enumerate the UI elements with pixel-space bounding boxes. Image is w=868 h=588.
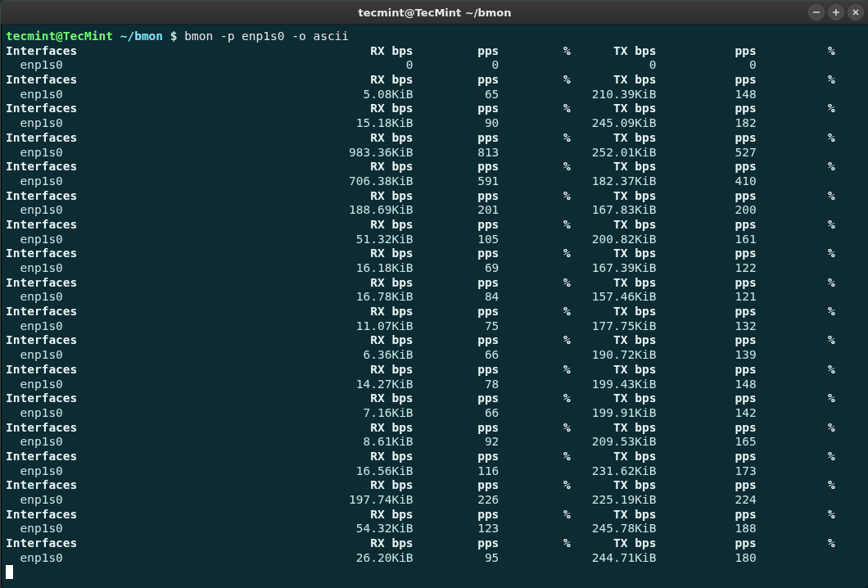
table-header: Interfaces RX bps pps % TX bps pps % <box>6 102 835 115</box>
table-row: enp1s0 6.36KiB 66 190.72KiB 139 <box>6 348 835 361</box>
table-row: enp1s0 16.56KiB 116 231.62KiB 173 <box>6 464 835 477</box>
table-header: Interfaces RX bps pps % TX bps pps % <box>6 73 835 86</box>
table-header: Interfaces RX bps pps % TX bps pps % <box>6 536 835 550</box>
maximize-button[interactable] <box>828 4 844 20</box>
table-row: enp1s0 706.38KiB 591 182.37KiB 410 <box>6 174 835 188</box>
table-header: Interfaces RX bps pps % TX bps pps % <box>6 421 835 434</box>
terminal-output[interactable]: tecmint@TecMint ~/bmon $ bmon -p enp1s0 … <box>1 25 868 587</box>
table-row: enp1s0 26.20KiB 95 244.71KiB 180 <box>6 551 835 564</box>
table-row: enp1s0 16.18KiB 69 167.39KiB 122 <box>6 261 835 274</box>
cursor <box>6 565 13 579</box>
table-row: enp1s0 16.78KiB 84 157.46KiB 121 <box>6 290 835 303</box>
table-row: enp1s0 7.16KiB 66 199.91KiB 142 <box>6 406 835 419</box>
table-header: Interfaces RX bps pps % TX bps pps % <box>6 247 835 260</box>
table-row: enp1s0 51.32KiB 105 200.82KiB 161 <box>6 233 835 246</box>
table-header: Interfaces RX bps pps % TX bps pps % <box>6 44 835 57</box>
table-row: enp1s0 5.08KiB 65 210.39KiB 148 <box>6 88 835 101</box>
svg-rect-2 <box>835 9 836 16</box>
svg-rect-0 <box>813 11 820 12</box>
prompt-dollar: $ <box>170 29 178 43</box>
table-header: Interfaces RX bps pps % TX bps pps % <box>6 276 835 289</box>
table-row: enp1s0 983.36KiB 813 252.01KiB 527 <box>6 146 835 159</box>
table-row: enp1s0 54.32KiB 123 245.78KiB 188 <box>6 522 835 535</box>
prompt-user: tecmint@TecMint <box>6 29 113 43</box>
close-button[interactable] <box>848 4 864 20</box>
table-header: Interfaces RX bps pps % TX bps pps % <box>6 508 835 521</box>
prompt-path: ~/bmon <box>120 29 163 43</box>
table-row: enp1s0 15.18KiB 90 245.09KiB 182 <box>6 116 835 129</box>
command-text: bmon -p enp1s0 -o ascii <box>184 29 349 43</box>
table-header: Interfaces RX bps pps % TX bps pps % <box>6 363 835 376</box>
table-header: Interfaces RX bps pps % TX bps pps % <box>6 333 835 346</box>
table-header: Interfaces RX bps pps % TX bps pps % <box>6 391 835 405</box>
minimize-button[interactable] <box>808 4 825 20</box>
table-header: Interfaces RX bps pps % TX bps pps % <box>6 450 835 463</box>
table-header: Interfaces RX bps pps % TX bps pps % <box>6 305 835 318</box>
table-row: enp1s0 8.61KiB 92 209.53KiB 165 <box>6 435 835 448</box>
terminal-window: tecmint@TecMint ~/bmon tecmint@TecMint ~… <box>0 0 868 588</box>
table-header: Interfaces RX bps pps % TX bps pps % <box>6 218 835 231</box>
titlebar: tecmint@TecMint ~/bmon <box>1 1 868 25</box>
table-header: Interfaces RX bps pps % TX bps pps % <box>6 478 835 491</box>
table-row: enp1s0 0 0 0 0 <box>6 58 835 71</box>
window-controls <box>808 4 864 20</box>
table-header: Interfaces RX bps pps % TX bps pps % <box>6 160 835 173</box>
table-row: enp1s0 197.74KiB 226 225.19KiB 224 <box>6 493 835 506</box>
window-title: tecmint@TecMint ~/bmon <box>359 7 512 19</box>
table-row: enp1s0 11.07KiB 75 177.75KiB 132 <box>6 319 835 332</box>
table-header: Interfaces RX bps pps % TX bps pps % <box>6 131 835 144</box>
table-header: Interfaces RX bps pps % TX bps pps % <box>6 189 835 202</box>
table-row: enp1s0 188.69KiB 201 167.83KiB 200 <box>6 203 835 216</box>
table-row: enp1s0 14.27KiB 78 199.43KiB 148 <box>6 378 835 391</box>
